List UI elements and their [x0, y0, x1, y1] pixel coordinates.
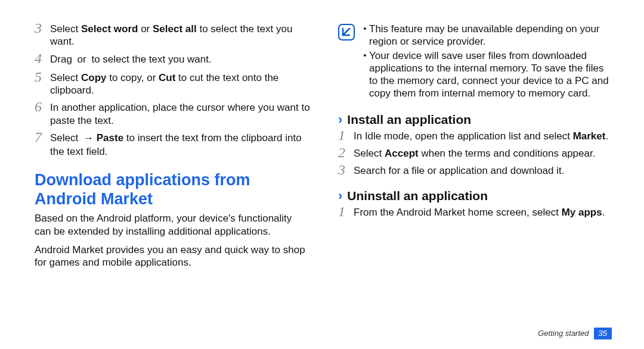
note-block: •This feature may be unavailable dependi… [338, 23, 614, 101]
subsection-title: Install an application [347, 112, 471, 127]
step-number: 6 [35, 99, 50, 114]
step-number: 3 [338, 163, 354, 177]
bold-text: My apps [562, 207, 602, 218]
section-heading: Download applications from Android Marke… [35, 171, 311, 208]
chevron-icon: › [338, 113, 342, 126]
step-list-uninstall: 1From the Android Market home screen, se… [338, 206, 614, 219]
subsection-title: Uninstall an application [347, 188, 488, 204]
text: Search for a file or application and dow… [354, 165, 564, 176]
bold-text: Copy [81, 72, 107, 83]
numbered-step: 4Drag or to select the text you want. [35, 53, 311, 67]
step-number: 1 [338, 204, 354, 219]
text: to select the text you want. [91, 54, 211, 65]
step-list-install: 1In Idle mode, open the application list… [338, 130, 614, 177]
footer-page-number: 35 [594, 328, 612, 339]
text: Drag [50, 54, 75, 65]
numbered-step: 1In Idle mode, open the application list… [338, 130, 614, 142]
text: or [138, 23, 153, 35]
text: . [602, 207, 605, 218]
bold-text: Accept [385, 148, 419, 159]
text: Select [354, 148, 385, 159]
step-body: Search for a file or application and dow… [354, 164, 614, 177]
bold-text: Select word [81, 23, 138, 35]
step-number: 7 [35, 130, 50, 144]
step-body: Select Accept when the terms and conditi… [354, 147, 614, 160]
numbered-step: 3Select Select word or Select all to sel… [35, 23, 311, 48]
left-column: 3Select Select word or Select all to sel… [35, 23, 311, 275]
text: → [83, 132, 97, 144]
step-body: Drag or to select the text you want. [50, 53, 311, 67]
text: Select [50, 72, 81, 83]
paragraph: Based on the Android platform, your devi… [35, 212, 311, 238]
bullet-dot-icon: • [361, 49, 369, 61]
step-body: In another application, place the cursor… [50, 101, 311, 127]
text: In Idle mode, open the application list … [354, 130, 573, 142]
note-bullets: •This feature may be unavailable dependi… [361, 23, 614, 101]
bullet-text: Your device will save user files from do… [369, 49, 614, 100]
bullet-dot-icon: • [361, 23, 369, 35]
bold-text: Select all [153, 23, 197, 35]
text: Select [50, 132, 81, 144]
text: Select [50, 23, 81, 35]
chevron-icon: › [338, 189, 342, 202]
numbered-step: 6In another application, place the curso… [35, 101, 311, 127]
note-bullet: •This feature may be unavailable dependi… [361, 23, 614, 48]
numbered-step: 7Select → Paste to insert the text from … [35, 132, 311, 158]
page-footer: Getting started 35 [538, 328, 612, 339]
note-bullet: •Your device will save user files from d… [361, 49, 614, 100]
step-body: Select Select word or Select all to sele… [50, 23, 311, 48]
numbered-step: 5Select Copy to copy, or Cut to cut the … [35, 71, 311, 97]
note-icon [338, 24, 355, 40]
numbered-step: 1From the Android Market home screen, se… [338, 206, 614, 219]
text: when the terms and conditions appear. [419, 148, 596, 159]
page: 3Select Select word or Select all to sel… [0, 0, 644, 281]
text: or [78, 54, 89, 65]
bold-text: Market [573, 130, 606, 142]
text: to copy, or [106, 72, 159, 83]
step-number: 5 [35, 70, 50, 84]
right-column: •This feature may be unavailable dependi… [338, 23, 614, 275]
numbered-step: 3Search for a file or application and do… [338, 164, 614, 177]
numbered-step: 2Select Accept when the terms and condit… [338, 147, 614, 160]
text: In another application, place the cursor… [50, 102, 310, 126]
step-body: Select Copy to copy, or Cut to cut the t… [50, 71, 311, 97]
bullet-text: This feature may be unavailable dependin… [369, 23, 614, 48]
bold-text: Cut [159, 72, 175, 83]
step-body: In Idle mode, open the application list … [354, 130, 614, 142]
step-body: From the Android Market home screen, sel… [354, 206, 614, 219]
bold-text: Paste [97, 132, 123, 144]
subsection-heading: › Uninstall an application [338, 188, 614, 204]
step-body: Select → Paste to insert the text from t… [50, 132, 311, 158]
subsection-heading: › Install an application [338, 112, 614, 127]
step-number: 3 [35, 21, 50, 35]
step-number: 4 [35, 51, 50, 66]
text: From the Android Market home screen, sel… [354, 207, 562, 218]
footer-section-label: Getting started [538, 329, 589, 338]
text: . [605, 130, 608, 142]
step-number: 2 [338, 145, 354, 160]
step-list-left: 3Select Select word or Select all to sel… [35, 23, 311, 158]
paragraph: Android Market provides you an easy and … [35, 244, 311, 269]
step-number: 1 [338, 128, 354, 142]
